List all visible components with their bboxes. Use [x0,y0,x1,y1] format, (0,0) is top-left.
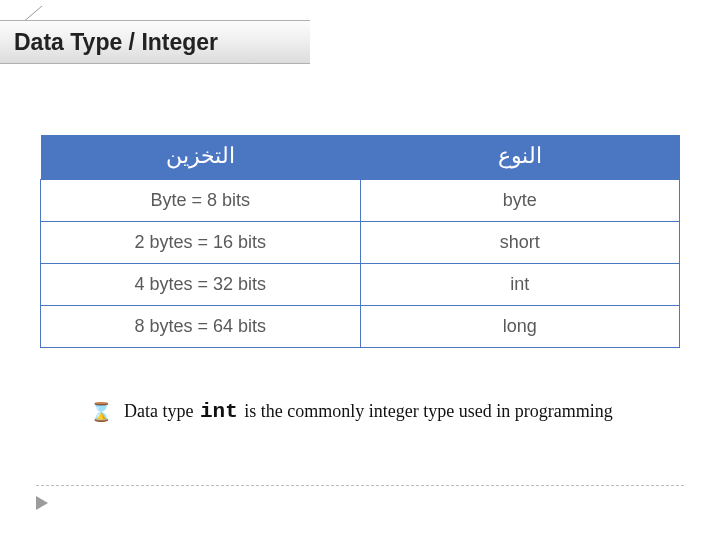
cell-type: long [360,306,680,348]
table-row: Byte = 8 bits byte [41,180,680,222]
cell-type: byte [360,180,680,222]
footnote-post: is the commonly integer type used in pro… [240,401,613,421]
col-header-storage: التخزين [41,135,361,180]
cell-type: short [360,222,680,264]
data-type-table: التخزين النوع Byte = 8 bits byte 2 bytes… [40,135,680,348]
footnote-pre: Data type [124,401,198,421]
cell-storage: 2 bytes = 16 bits [41,222,361,264]
slide-marker-icon [36,496,52,510]
hourglass-icon: ⌛ [90,401,112,423]
cell-storage: 8 bytes = 64 bits [41,306,361,348]
divider-dashed [36,485,684,486]
table-row: 8 bytes = 64 bits long [41,306,680,348]
col-header-type: النوع [360,135,680,180]
svg-marker-1 [36,496,48,510]
footnote-text: Data type int is the commonly integer ty… [124,400,613,423]
footnote: ⌛ Data type int is the commonly integer … [90,400,690,423]
table-row: 2 bytes = 16 bits short [41,222,680,264]
table-header-row: التخزين النوع [41,135,680,180]
cell-storage: 4 bytes = 32 bits [41,264,361,306]
footnote-keyword: int [198,400,240,423]
slide-title: Data Type / Integer [0,20,310,64]
cell-storage: Byte = 8 bits [41,180,361,222]
cell-type: int [360,264,680,306]
table-row: 4 bytes = 32 bits int [41,264,680,306]
